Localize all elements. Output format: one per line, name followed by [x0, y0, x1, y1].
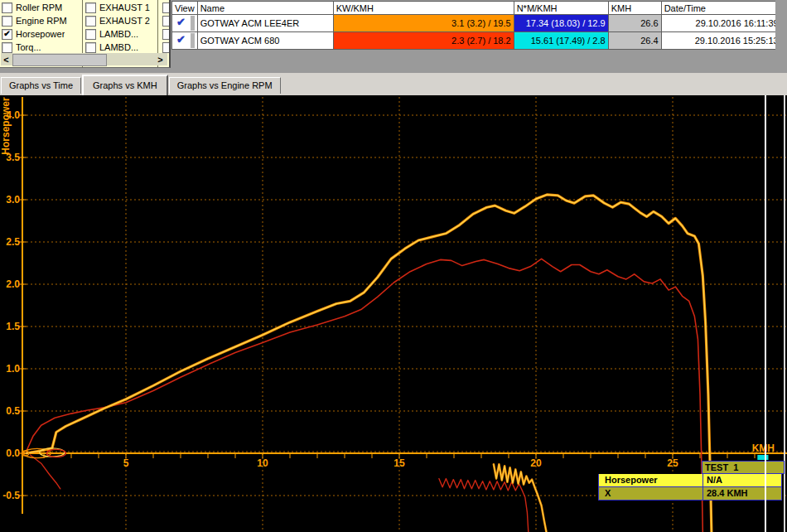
checkbox-label: LAMBD...	[99, 29, 138, 39]
view-checkbox-cell[interactable]: ✔	[172, 15, 198, 32]
curve-gotway-acm-680-rundown	[439, 479, 529, 532]
y-tick-label: -0.5	[2, 490, 20, 501]
nm-kmh-cell: 17.34 (18.03) / 12.9	[514, 15, 608, 32]
view-checkbox-cell[interactable]: ✔	[172, 32, 198, 50]
checkbox[interactable]	[85, 42, 96, 53]
x-tick-label: 5	[123, 457, 129, 469]
checkbox[interactable]: ✔	[2, 29, 12, 40]
signal-checkbox-panel: Roller RPMEngine RPM✔HorsepowerTorq... E…	[0, 0, 171, 68]
scroll-left-button[interactable]: <	[1, 55, 12, 65]
dyno-app-window: Roller RPMEngine RPM✔HorsepowerTorq... E…	[0, 0, 787, 532]
y-tick-label: 1.5	[6, 321, 20, 332]
scroll-right-button[interactable]: >	[155, 55, 166, 65]
curve-gotway-acm-680-start-tail	[31, 455, 60, 489]
signal-column-1: Roller RPMEngine RPM✔HorsepowerTorq...	[2, 1, 80, 54]
test-name-cell: GOTWAY ACM LEE4ER	[197, 15, 333, 32]
signal-item-exhaust-1: EXHAUST 1	[85, 1, 157, 14]
checkbox-label: LAMBD...	[99, 42, 138, 52]
x-tick-label: 20	[530, 457, 542, 469]
row-handle	[191, 33, 195, 48]
checkbox[interactable]	[85, 2, 96, 13]
kw-kmh-cell: 3.1 (3.2) / 19.5	[333, 15, 514, 32]
signal-item-torq: Torq...	[2, 41, 80, 54]
results-table-header: ViewNameKW/KMHN*M/KMHKMHDate/Time	[172, 2, 782, 15]
signal-item-engine-rpm: Engine RPM	[2, 14, 80, 27]
signal-column-2: EXHAUST 1EXHAUST 2LAMBD...LAMBD...	[85, 1, 157, 54]
column-header-n-m-kmh[interactable]: N*M/KMH	[514, 2, 608, 15]
signal-item-exhaust-2: EXHAUST 2	[85, 14, 157, 27]
y-tick-label: 2.0	[6, 278, 20, 290]
results-table: ViewNameKW/KMHN*M/KMHKMHDate/Time ✔GOTWA…	[171, 1, 782, 50]
check-icon: ✔	[175, 16, 186, 28]
checkbox[interactable]	[2, 42, 12, 53]
tooltip-row-x: X 28.4 KMH	[598, 487, 782, 501]
checkbox-clipped[interactable]	[162, 2, 171, 13]
datetime-cell: 29.10.2016 15:25:13	[661, 32, 781, 50]
y-tick-label: 3.0	[6, 194, 20, 206]
signal-item-horsepower: ✔Horsepower	[2, 27, 80, 41]
signal-item-lambd: LAMBD...	[85, 27, 157, 41]
signal-panel-hscrollbar[interactable]: < >	[1, 53, 167, 65]
tab-graphs-vs-time[interactable]: Graphs vs Time	[1, 77, 81, 94]
y-tick-label: 0.5	[6, 405, 20, 417]
checkbox-clipped[interactable]	[162, 29, 171, 40]
checkbox[interactable]	[2, 2, 12, 13]
signal-item-lambd: LAMBD...	[85, 41, 157, 54]
top-panel: Roller RPMEngine RPM✔HorsepowerTorq... E…	[0, 0, 787, 73]
tab-graphs-vs-kmh[interactable]: Graphs vs KMH	[82, 75, 168, 95]
checkbox[interactable]	[85, 29, 96, 40]
x-axis-title: KMH	[752, 443, 775, 454]
cursor-line[interactable]	[765, 95, 766, 532]
y-tick-label: 0.0	[6, 447, 20, 459]
column-header-kw-kmh[interactable]: KW/KMH	[333, 2, 514, 15]
row-handle	[191, 16, 195, 31]
tooltip-row-horsepower: Horsepower N/A	[598, 474, 782, 487]
x-tick-label: 15	[394, 457, 405, 469]
y-tick-label: 1.0	[6, 363, 20, 375]
kmh-cell: 26.4	[608, 32, 661, 50]
checkbox-label: EXHAUST 1	[99, 2, 150, 12]
tooltip-label: X	[599, 487, 703, 500]
y-axis-title: Horsepower	[0, 97, 12, 155]
graph-tabs: Graphs vs TimeGraphs vs KMHGraphs vs Eng…	[0, 73, 787, 96]
test-name-cell: GOTWAY ACM 680	[197, 32, 333, 50]
checkbox-label: EXHAUST 2	[99, 16, 150, 26]
checkbox[interactable]	[2, 16, 12, 27]
nm-kmh-cell: 15.61 (17.49) / 2.8	[514, 32, 608, 50]
kw-kmh-cell: 2.3 (2.7) / 18.2	[333, 32, 514, 50]
tooltip-label: Horsepower	[599, 474, 703, 486]
column-header-kmh[interactable]: KMH	[608, 2, 661, 15]
checkbox-label: Roller RPM	[16, 2, 62, 12]
y-tick-label: 2.5	[6, 236, 20, 248]
checkbox-clipped[interactable]	[162, 42, 171, 53]
x-tick-label: 10	[257, 457, 268, 469]
signal-item-roller-rpm: Roller RPM	[2, 1, 80, 14]
column-header-view[interactable]: View	[172, 2, 198, 15]
column-header-name[interactable]: Name	[197, 2, 333, 15]
kmh-cell: 26.6	[608, 15, 661, 32]
chart-area: 510152025-0.50.00.51.01.52.02.53.03.54.0…	[0, 95, 787, 532]
checkbox-label: Horsepower	[16, 29, 65, 39]
table-row[interactable]: ✔GOTWAY ACM 6802.3 (2.7) / 18.215.61 (17…	[172, 32, 782, 50]
scrollbar-thumb[interactable]	[12, 54, 107, 66]
checkbox-label: Torq...	[16, 42, 41, 52]
cursor-axis-marker	[757, 455, 768, 460]
cursor-tooltip: TEST 1 Horsepower N/A X 28.4 KMH	[598, 461, 782, 501]
tab-graphs-vs-engine-rpm[interactable]: Graphs vs Engine RPM	[169, 77, 281, 94]
check-icon: ✔	[175, 33, 186, 46]
tooltip-test-header: TEST 1	[702, 461, 785, 474]
checkbox-clipped[interactable]	[162, 16, 171, 27]
table-right-gutter	[775, 0, 787, 73]
checkbox[interactable]	[85, 16, 96, 27]
datetime-cell: 29.10.2016 16:11:39	[661, 15, 781, 32]
tooltip-value: 28.4 KMH	[703, 487, 781, 500]
checkbox-label: Engine RPM	[16, 16, 67, 26]
column-header-date-time[interactable]: Date/Time	[661, 2, 781, 15]
tooltip-value: N/A	[703, 474, 781, 486]
table-row[interactable]: ✔GOTWAY ACM LEE4ER3.1 (3.2) / 19.517.34 …	[172, 15, 782, 32]
